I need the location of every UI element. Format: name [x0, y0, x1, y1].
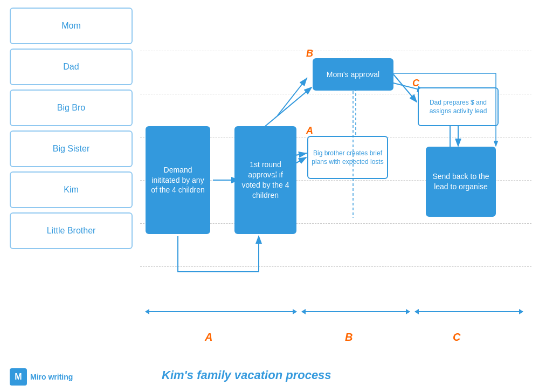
bottom-title: Kim's family vacation process: [162, 368, 331, 382]
role-big-sister: Big Sister: [10, 130, 133, 167]
phase-label-b: B: [345, 331, 353, 343]
big-bro-note-box: Big brother creates brief plans with exp…: [307, 136, 388, 179]
phase-a-arrow: [146, 311, 296, 312]
phase-label-c: C: [453, 331, 460, 343]
step-label-b-top: B: [306, 48, 313, 59]
logo-area: M Miro writing: [10, 368, 73, 386]
demand-box: Demand inititated by any of the 4 childr…: [146, 126, 210, 234]
role-big-bro: Big Bro: [10, 90, 133, 126]
roles-column: Mom Dad Big Bro Big Sister Kim Little Br…: [10, 8, 133, 249]
step-label-c-top: C: [412, 78, 419, 89]
logo-icon: M: [10, 368, 27, 386]
dad-prepares-box: Dad prepares $ and assigns activity lead: [418, 87, 499, 126]
send-back-box: Send back to the lead to organise: [426, 147, 496, 217]
phase-b-arrow: [302, 311, 410, 312]
step-label-a-top: A: [306, 125, 313, 136]
lane-line-6: [140, 266, 531, 267]
diagram-area: Demand inititated by any of the 4 childr…: [140, 8, 531, 349]
role-dad: Dad: [10, 49, 133, 85]
phase-label-a: A: [205, 331, 212, 343]
first-round-box: 1st round approval if voted by the 4 chi…: [234, 126, 296, 234]
logo-text: Miro writing: [30, 373, 73, 381]
phase-c-arrow: [415, 311, 523, 312]
role-little-brother: Little Brother: [10, 212, 133, 249]
role-kim: Kim: [10, 171, 133, 208]
lane-line-1: [140, 51, 531, 51]
role-mom: Mom: [10, 8, 133, 44]
moms-approval-box: Mom's approval: [313, 58, 393, 91]
